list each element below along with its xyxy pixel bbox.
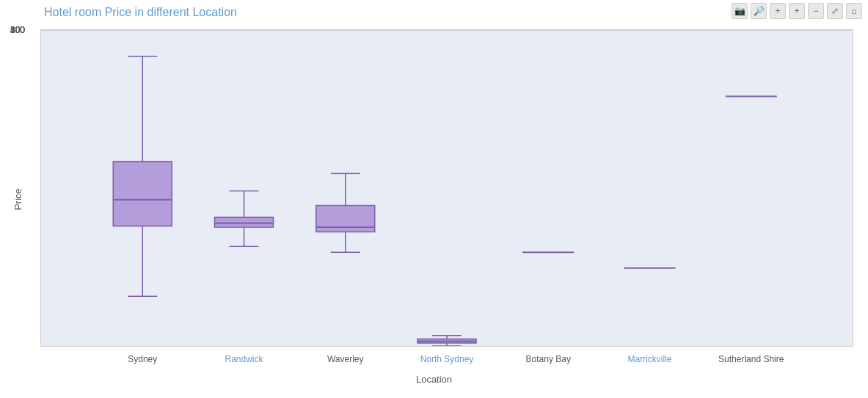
x-axis-label: Location	[416, 374, 452, 385]
minus-btn[interactable]: −	[808, 3, 824, 19]
y-tick-100: 100	[10, 25, 25, 35]
add-btn[interactable]: +	[789, 3, 805, 19]
chart-container: Hotel room Price in different Location 📷…	[0, 0, 868, 398]
x-tick-marrickville[interactable]: Marrickville	[628, 354, 672, 364]
home-btn[interactable]: ⌂	[846, 3, 862, 19]
camera-btn[interactable]: 📷	[732, 3, 748, 19]
svg-rect-10	[215, 217, 274, 227]
plus-btn[interactable]: +	[770, 3, 786, 19]
y-axis-label: Price	[12, 188, 23, 210]
x-tick-botany-bay: Botany Bay	[526, 354, 571, 364]
toolbar: 📷 🔎 + + − ⤢ ⌂	[732, 3, 862, 19]
chart-area: 500 400 300 200 100 Sydney Randwick Wave…	[40, 29, 853, 347]
x-tick-waverley: Waverley	[327, 354, 364, 364]
x-tick-sutherland-shire: Sutherland Shire	[718, 354, 784, 364]
zoom-btn[interactable]: 🔎	[751, 3, 767, 19]
chart-title: Hotel room Price in different Location	[44, 6, 237, 19]
expand-btn[interactable]: ⤢	[827, 3, 843, 19]
boxplot-svg	[41, 30, 853, 346]
x-tick-randwick[interactable]: Randwick	[225, 354, 263, 364]
x-tick-north-sydney[interactable]: North Sydney	[420, 354, 474, 364]
x-tick-sydney: Sydney	[128, 354, 157, 364]
svg-rect-4	[113, 162, 172, 226]
